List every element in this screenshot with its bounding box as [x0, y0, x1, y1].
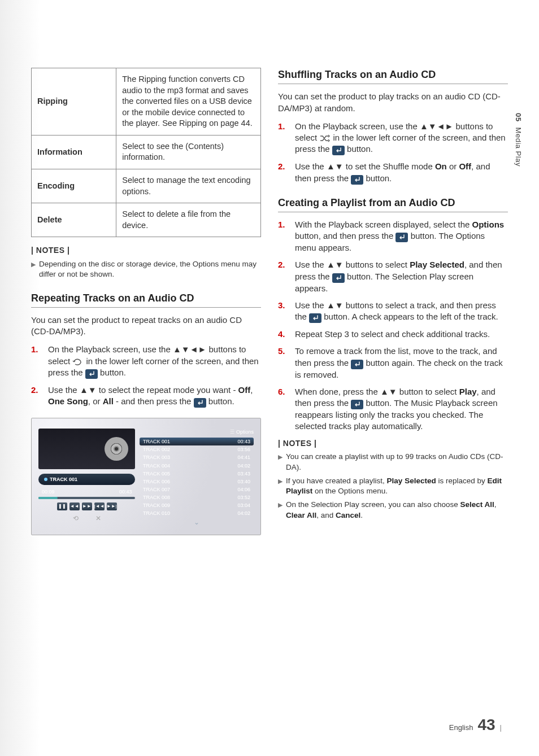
shuffling-intro: You can set the product to play tracks o… — [278, 91, 508, 114]
options-button-label: ☰ Options — [140, 429, 254, 435]
step-item: 2.Use the ▲▼ to select the repeat mode y… — [31, 384, 261, 408]
step-number: 2. — [278, 259, 288, 294]
step-item: 2.Use the ▲▼ to set the Shuffle mode On … — [278, 161, 508, 184]
step-item: 1.On the Playback screen, use the ▲▼◄► b… — [278, 121, 508, 156]
repeat-icon — [72, 358, 84, 366]
album-cover — [38, 429, 135, 469]
option-label: Encoding — [32, 169, 116, 203]
now-playing-bar: TRACK 001 — [38, 474, 135, 485]
track-name: TRACK 003 — [143, 454, 170, 461]
track-row: TRACK 00704:06 — [140, 486, 254, 493]
enter-button-icon — [194, 398, 206, 408]
section-tab: 05 Media Play — [513, 113, 523, 167]
option-desc: The Ripping function converts CD audio t… — [116, 68, 261, 136]
enter-button-icon — [85, 369, 98, 379]
enter-button-icon — [351, 360, 363, 369]
footer-page-number: 43 — [477, 714, 495, 736]
repeating-heading: Repeating Tracks on an Audio CD — [31, 291, 261, 308]
shuffle-mode-icon: ✕ — [95, 514, 101, 523]
left-column: RippingThe Ripping function converts CD … — [31, 68, 261, 535]
step-number: 2. — [31, 384, 41, 408]
track-name: TRACK 001 — [143, 438, 170, 445]
enter-button-icon — [309, 313, 321, 323]
note-item: ▶You can create a playlist with up to 99… — [278, 452, 508, 472]
options-table: RippingThe Ripping function converts CD … — [31, 68, 261, 237]
step-number: 1. — [278, 121, 288, 156]
table-row: EncodingSelect to manage the text encodi… — [32, 169, 261, 203]
track-row: TRACK 00404:02 — [140, 462, 254, 470]
track-duration: 04:41 — [237, 454, 250, 461]
track-row: TRACK 00203:56 — [140, 445, 254, 453]
enter-button-icon — [332, 146, 345, 155]
option-label: Information — [32, 135, 116, 169]
track-duration: 03:56 — [237, 446, 250, 453]
track-row: TRACK 00803:52 — [140, 493, 254, 501]
pause-icon: ❚❚ — [57, 502, 67, 510]
bullet-icon: ▶ — [278, 452, 282, 472]
track-row: TRACK 00903:04 — [140, 501, 254, 509]
step-number: 4. — [278, 329, 288, 340]
track-duration: 04:06 — [237, 486, 250, 493]
track-duration: 03:04 — [237, 502, 250, 509]
step-item: 5.To remove a track from the list, move … — [278, 346, 508, 381]
track-name: TRACK 008 — [143, 494, 170, 501]
step-number: 5. — [278, 346, 288, 381]
track-row: TRACK 01004:02 — [140, 509, 254, 517]
shuffling-heading: Shuffling Tracks on an Audio CD — [278, 68, 508, 84]
step-number: 6. — [278, 386, 288, 432]
enter-button-icon — [395, 233, 408, 242]
next-icon: ►►| — [107, 502, 117, 510]
track-name: TRACK 010 — [143, 510, 170, 517]
track-duration: 04:02 — [237, 462, 250, 469]
table-row: RippingThe Ripping function converts CD … — [32, 68, 261, 136]
bullet-icon: ▶ — [31, 259, 36, 279]
track-name: TRACK 009 — [143, 502, 170, 509]
option-label: Ripping — [32, 68, 116, 136]
time-total: 00:43 — [119, 488, 132, 495]
notes-header-right: | NOTES | — [278, 438, 508, 449]
playlist-heading: Creating a Playlist from an Audio CD — [278, 196, 508, 212]
bullet-icon: ▶ — [278, 500, 282, 520]
note-item: ▶Depending on the disc or storage device… — [31, 259, 261, 279]
track-duration: 03:43 — [237, 470, 250, 477]
track-row: TRACK 00304:41 — [140, 453, 254, 461]
step-item: 4.Repeat Step 3 to select and check addi… — [278, 329, 508, 340]
track-duration: 04:02 — [237, 510, 250, 517]
time-elapsed: 00:09 — [42, 488, 55, 495]
enter-button-icon — [332, 273, 345, 283]
repeating-intro: You can set the product to repeat tracks… — [31, 314, 261, 338]
option-desc: Select to manage the text encoding optio… — [116, 169, 261, 203]
disc-icon — [105, 437, 128, 461]
track-row: TRACK 00100:43 — [140, 438, 254, 445]
table-row: DeleteSelect to delete a file from the d… — [32, 203, 261, 237]
more-chevron-icon: ⌄ — [140, 518, 254, 527]
table-row: InformationSelect to see the (Contents) … — [32, 135, 261, 169]
now-playing-track: TRACK 001 — [50, 476, 77, 483]
section-number: 05 — [514, 113, 523, 121]
repeat-mode-icon: ⟲ — [73, 514, 79, 523]
step-item: 1.With the Playback screen displayed, se… — [278, 219, 508, 254]
shuffle-icon — [319, 134, 331, 142]
option-desc: Select to delete a file from the device. — [116, 203, 261, 237]
footer-lang: English — [449, 723, 473, 733]
player-controls: ❚❚ ◄◄ ►► |◄◄ ►►| — [38, 502, 135, 510]
step-item: 1.On the Playback screen, use the ▲▼◄► b… — [31, 344, 261, 379]
step-number: 1. — [278, 219, 288, 254]
right-column: Shuffling Tracks on an Audio CD You can … — [278, 68, 508, 535]
rew-icon: ◄◄ — [69, 502, 80, 510]
step-item: 3.Use the ▲▼ buttons to select a track, … — [278, 300, 508, 323]
enter-button-icon — [351, 175, 363, 185]
play-indicator-icon — [44, 478, 47, 481]
track-row: TRACK 00603:40 — [140, 478, 254, 486]
step-number: 2. — [278, 161, 288, 184]
player-screenshot: TRACK 001 00:09 00:43 ❚❚ ◄◄ ►► |◄◄ ►►| — [31, 418, 261, 535]
section-title: Media Play — [514, 128, 523, 167]
option-label: Delete — [32, 203, 116, 237]
track-name: TRACK 006 — [143, 478, 170, 485]
ffwd-icon: ►► — [82, 502, 92, 510]
track-duration: 03:52 — [237, 494, 250, 501]
track-row: TRACK 00503:43 — [140, 470, 254, 478]
notes-header: | NOTES | — [31, 245, 261, 256]
footer-bar — [500, 723, 505, 733]
track-name: TRACK 004 — [143, 462, 170, 469]
